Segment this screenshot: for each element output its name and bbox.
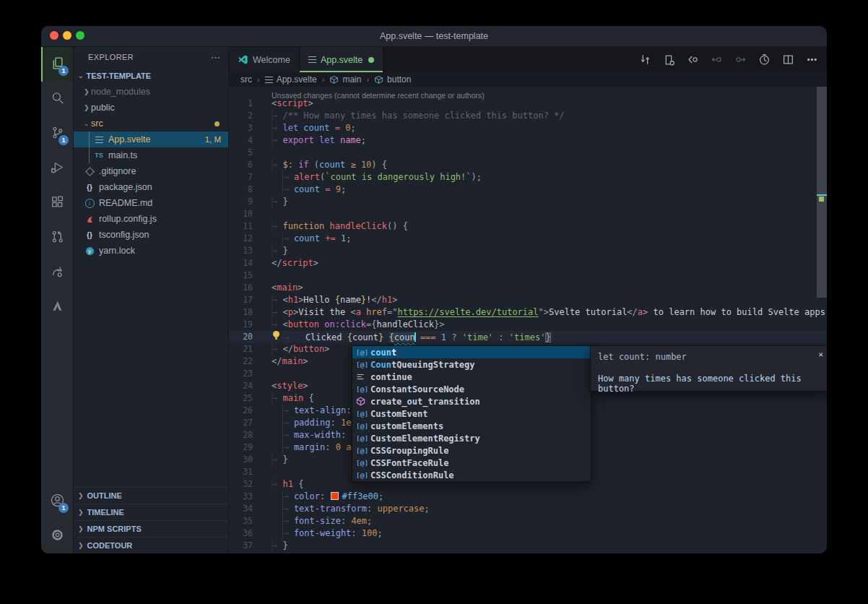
run-file-button[interactable]	[755, 51, 773, 69]
breadcrumb-separator: ›	[366, 75, 369, 84]
activity-bar-item-settings[interactable]	[41, 519, 73, 553]
sidebar-panel-codetour[interactable]: ❯CODETOUR	[74, 537, 228, 553]
activity-bar-item-run-debug[interactable]	[41, 151, 73, 186]
code-line-14[interactable]: 14</script>	[229, 257, 827, 269]
sidebar-item-package.json[interactable]: {}package.json	[74, 179, 228, 195]
previous-change-button[interactable]	[707, 51, 726, 69]
sidebar-item-public[interactable]: ❯public	[74, 100, 228, 116]
open-changes-button[interactable]	[659, 51, 678, 69]
code-line-20[interactable]: 20→ Clicked {count} {coun === 1 ? 'time'…	[229, 331, 827, 343]
sidebar-item-rollup.config.js[interactable]: rollup.config.js	[74, 211, 228, 227]
tab-welcome[interactable]: Welcome	[229, 47, 300, 72]
code-line-3[interactable]: 3→let count = 0;	[229, 122, 827, 134]
sidebar-item-node_modules[interactable]: ❯node_modules	[74, 84, 228, 100]
code-line-34[interactable]: 34→text-transform: uppercase;	[229, 503, 827, 515]
code-line-15[interactable]: 15	[229, 269, 827, 282]
activity-bar-item-extensions[interactable]	[41, 186, 73, 220]
code-line-5[interactable]: 5	[229, 147, 827, 159]
sidebar-item-README.md[interactable]: iREADME.md	[74, 195, 228, 211]
scrollbar-thumb[interactable]	[817, 87, 827, 298]
activity-bar-item-live-share[interactable]	[41, 255, 73, 290]
breadcrumb-item-app-svelte[interactable]: App.svelte	[265, 74, 317, 85]
code-line-35[interactable]: 35→font-size: 4em;	[229, 515, 827, 527]
sidebar-item-.gitignore[interactable]: .gitignore	[74, 163, 228, 179]
activity-bar-item-source-control[interactable]: 1	[41, 116, 73, 151]
next-change-button[interactable]	[731, 51, 750, 69]
sidebar-item-App.svelte[interactable]: App.svelte1, M	[74, 131, 228, 147]
more-actions-button[interactable]	[802, 51, 821, 69]
suggest-item-customElements[interactable]: [@]customElements	[352, 420, 591, 432]
code-line-13[interactable]: 13→}	[229, 245, 827, 257]
split-editor-button[interactable]	[778, 51, 797, 69]
code-line-36[interactable]: 36→font-weight: 100;	[229, 527, 827, 540]
code-line-11[interactable]: 11→function handleClick() {	[229, 220, 827, 233]
code-line-33[interactable]: 33→color: #ff3e00;	[229, 491, 827, 503]
line-number: 36	[229, 527, 253, 540]
code-line-4[interactable]: 4→export let name;	[229, 134, 827, 147]
explorer-more-actions-button[interactable]: ⋯	[211, 52, 221, 63]
code-token: function	[282, 221, 329, 231]
code-token: href	[366, 307, 387, 317]
compare-changes-button[interactable]	[635, 51, 654, 69]
line-number: 29	[229, 441, 253, 454]
code-line-1[interactable]: 1<script>	[229, 98, 827, 110]
code-line-2[interactable]: 2→/** How many times has someone clicked…	[229, 110, 827, 122]
breadcrumb-item-button[interactable]: button	[374, 74, 411, 85]
sidebar-panel-outline[interactable]: ❯OUTLINE	[74, 487, 228, 504]
project-root-row[interactable]: ⌄ TEST-TEMPLATE	[74, 67, 228, 84]
code-line-12[interactable]: 12→count += 1;	[229, 233, 827, 245]
line-number: 19	[229, 319, 253, 331]
code-line-7[interactable]: 7→alert(`count is dangerously high!`);	[229, 171, 827, 184]
code-token: 'times'	[509, 332, 546, 342]
editor-scrollbar[interactable]	[817, 87, 827, 553]
code-line-10[interactable]: 10	[229, 208, 827, 220]
tab-app-svelte[interactable]: App.svelte	[300, 47, 383, 72]
code-token: on:click	[324, 319, 366, 329]
suggest-item-CSSGroupingRule[interactable]: [@]CSSGroupingRule	[352, 444, 591, 457]
line-content: →count = 9;	[253, 184, 346, 196]
activity-bar-item-pull-requests[interactable]	[41, 220, 73, 255]
code-line-8[interactable]: 8→count = 9;	[229, 184, 827, 196]
code-token: export	[282, 135, 319, 145]
sidebar-item-tsconfig.json[interactable]: {}tsconfig.json	[74, 227, 228, 243]
code-line-17[interactable]: 17→<h1>Hello {name}!</h1>	[229, 294, 827, 306]
code-editor[interactable]: Unsaved changes (cannot determine recent…	[229, 87, 827, 553]
code-token: handleClick	[329, 221, 386, 231]
symbol-module-icon	[356, 397, 370, 406]
sidebar-panel-timeline[interactable]: ❯TIMELINE	[74, 504, 228, 520]
code-line-37[interactable]: 37→}	[229, 540, 827, 552]
code-line-16[interactable]: 16<main>	[229, 282, 827, 294]
line-number: 18	[229, 306, 253, 319]
suggest-item-ConstantSourceNode[interactable]: [@]ConstantSourceNode	[352, 383, 591, 395]
code-token: 100	[362, 528, 378, 538]
sidebar-item-main.ts[interactable]: TSmain.ts	[74, 147, 228, 163]
sidebar-item-src[interactable]: ⌄src	[74, 116, 228, 131]
suggest-item-CustomEvent[interactable]: [@]CustomEvent	[352, 407, 591, 420]
code-line-9[interactable]: 9→}	[229, 196, 827, 208]
code-line-19[interactable]: 19→<button on:click={handleClick}>	[229, 319, 827, 331]
code-token: (	[314, 160, 319, 170]
go-back-button[interactable]	[683, 51, 702, 69]
code-line-6[interactable]: 6→$: if (count ≥ 10) {	[229, 159, 827, 171]
suggest-item-CSSFontFaceRule[interactable]: [@]CSSFontFaceRule	[352, 457, 591, 469]
suggest-item-continue[interactable]: continue	[352, 371, 591, 383]
indent-guide: →	[272, 122, 282, 134]
breadcrumb-item-main[interactable]: main	[329, 74, 361, 85]
code-line-18[interactable]: 18→<p>Visit the <a href="https://svelte.…	[229, 306, 827, 319]
line-content: →font-weight: 100;	[253, 527, 383, 540]
file-label: tsconfig.json	[99, 230, 149, 240]
breadcrumb-item-src[interactable]: src	[240, 74, 252, 85]
sidebar-item-yarn.lock[interactable]: yyarn.lock	[74, 243, 228, 259]
suggest-item-CountQueuingStrategy[interactable]: [@]CountQueuingStrategy	[352, 358, 591, 371]
activity-bar-item-accounts[interactable]: 1	[41, 484, 73, 519]
activity-bar-item-azure[interactable]	[41, 290, 73, 324]
suggest-item-CustomElementRegistry[interactable]: [@]CustomElementRegistry	[352, 432, 591, 444]
close-icon[interactable]: ✕	[818, 350, 823, 359]
activity-bar-item-search[interactable]	[41, 82, 73, 116]
activity-bar-item-explorer[interactable]: 1	[41, 47, 73, 82]
lightbulb-icon[interactable]	[272, 331, 282, 340]
suggest-item-count[interactable]: [@]count	[352, 346, 591, 358]
sidebar-panel-npm-scripts[interactable]: ❯NPM SCRIPTS	[74, 520, 228, 537]
suggest-item-create_out_transition[interactable]: create_out_transition	[352, 395, 591, 407]
suggest-item-CSSConditionRule[interactable]: [@]CSSConditionRule	[352, 469, 591, 481]
